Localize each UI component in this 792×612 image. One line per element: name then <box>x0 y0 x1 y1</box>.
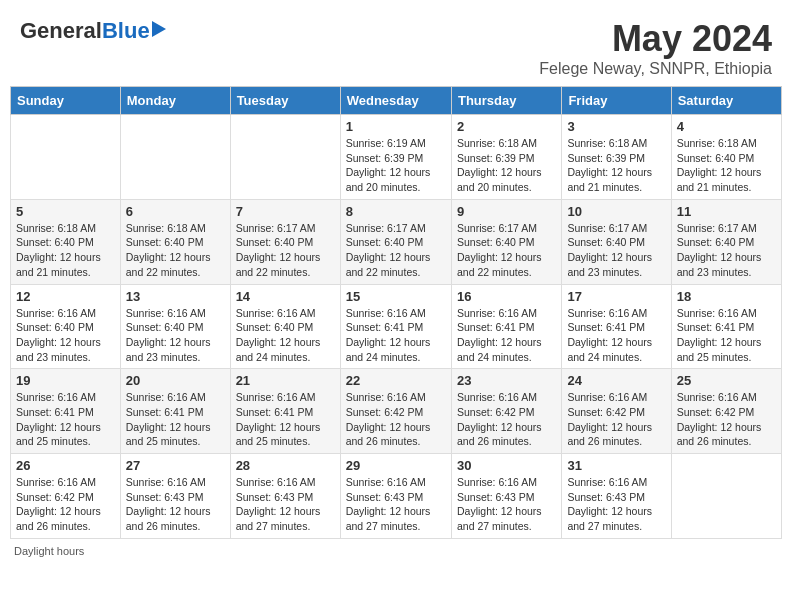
day-info: Sunrise: 6:17 AMSunset: 6:40 PMDaylight:… <box>677 221 776 280</box>
calendar-header-friday: Friday <box>562 87 671 115</box>
day-number: 12 <box>16 289 115 304</box>
logo-blue-text: Blue <box>102 18 150 44</box>
day-number: 30 <box>457 458 556 473</box>
day-info: Sunrise: 6:18 AMSunset: 6:40 PMDaylight:… <box>16 221 115 280</box>
day-info: Sunrise: 6:16 AMSunset: 6:43 PMDaylight:… <box>346 475 446 534</box>
day-info: Sunrise: 6:16 AMSunset: 6:42 PMDaylight:… <box>567 390 665 449</box>
calendar-cell: 16Sunrise: 6:16 AMSunset: 6:41 PMDayligh… <box>451 284 561 369</box>
day-info: Sunrise: 6:16 AMSunset: 6:43 PMDaylight:… <box>236 475 335 534</box>
day-number: 2 <box>457 119 556 134</box>
day-number: 27 <box>126 458 225 473</box>
day-number: 19 <box>16 373 115 388</box>
calendar-table: SundayMondayTuesdayWednesdayThursdayFrid… <box>10 86 782 539</box>
calendar-header-thursday: Thursday <box>451 87 561 115</box>
calendar-cell: 5Sunrise: 6:18 AMSunset: 6:40 PMDaylight… <box>11 199 121 284</box>
day-number: 25 <box>677 373 776 388</box>
calendar-cell <box>230 115 340 200</box>
day-number: 4 <box>677 119 776 134</box>
calendar-week-row: 19Sunrise: 6:16 AMSunset: 6:41 PMDayligh… <box>11 369 782 454</box>
day-number: 10 <box>567 204 665 219</box>
day-info: Sunrise: 6:16 AMSunset: 6:41 PMDaylight:… <box>346 306 446 365</box>
calendar-cell: 20Sunrise: 6:16 AMSunset: 6:41 PMDayligh… <box>120 369 230 454</box>
calendar-cell: 3Sunrise: 6:18 AMSunset: 6:39 PMDaylight… <box>562 115 671 200</box>
daylight-hours-label: Daylight hours <box>14 545 84 557</box>
calendar-cell: 27Sunrise: 6:16 AMSunset: 6:43 PMDayligh… <box>120 454 230 539</box>
day-info: Sunrise: 6:17 AMSunset: 6:40 PMDaylight:… <box>236 221 335 280</box>
day-number: 16 <box>457 289 556 304</box>
calendar-cell: 23Sunrise: 6:16 AMSunset: 6:42 PMDayligh… <box>451 369 561 454</box>
calendar-cell: 24Sunrise: 6:16 AMSunset: 6:42 PMDayligh… <box>562 369 671 454</box>
calendar-cell: 9Sunrise: 6:17 AMSunset: 6:40 PMDaylight… <box>451 199 561 284</box>
calendar-cell: 31Sunrise: 6:16 AMSunset: 6:43 PMDayligh… <box>562 454 671 539</box>
calendar-week-row: 12Sunrise: 6:16 AMSunset: 6:40 PMDayligh… <box>11 284 782 369</box>
title-month: May 2024 <box>539 18 772 60</box>
calendar-cell: 11Sunrise: 6:17 AMSunset: 6:40 PMDayligh… <box>671 199 781 284</box>
calendar-cell: 29Sunrise: 6:16 AMSunset: 6:43 PMDayligh… <box>340 454 451 539</box>
calendar-header-row: SundayMondayTuesdayWednesdayThursdayFrid… <box>11 87 782 115</box>
day-number: 7 <box>236 204 335 219</box>
day-number: 17 <box>567 289 665 304</box>
day-info: Sunrise: 6:16 AMSunset: 6:40 PMDaylight:… <box>126 306 225 365</box>
day-number: 6 <box>126 204 225 219</box>
day-number: 22 <box>346 373 446 388</box>
day-info: Sunrise: 6:16 AMSunset: 6:43 PMDaylight:… <box>457 475 556 534</box>
calendar-cell: 7Sunrise: 6:17 AMSunset: 6:40 PMDaylight… <box>230 199 340 284</box>
day-info: Sunrise: 6:17 AMSunset: 6:40 PMDaylight:… <box>457 221 556 280</box>
day-number: 23 <box>457 373 556 388</box>
day-info: Sunrise: 6:16 AMSunset: 6:41 PMDaylight:… <box>677 306 776 365</box>
calendar-cell <box>11 115 121 200</box>
calendar-cell <box>120 115 230 200</box>
day-number: 1 <box>346 119 446 134</box>
calendar-cell: 2Sunrise: 6:18 AMSunset: 6:39 PMDaylight… <box>451 115 561 200</box>
day-number: 29 <box>346 458 446 473</box>
day-number: 3 <box>567 119 665 134</box>
day-info: Sunrise: 6:16 AMSunset: 6:41 PMDaylight:… <box>457 306 556 365</box>
day-number: 31 <box>567 458 665 473</box>
day-number: 21 <box>236 373 335 388</box>
calendar-cell: 4Sunrise: 6:18 AMSunset: 6:40 PMDaylight… <box>671 115 781 200</box>
day-info: Sunrise: 6:19 AMSunset: 6:39 PMDaylight:… <box>346 136 446 195</box>
day-info: Sunrise: 6:17 AMSunset: 6:40 PMDaylight:… <box>346 221 446 280</box>
calendar-cell: 21Sunrise: 6:16 AMSunset: 6:41 PMDayligh… <box>230 369 340 454</box>
day-number: 20 <box>126 373 225 388</box>
calendar-week-row: 5Sunrise: 6:18 AMSunset: 6:40 PMDaylight… <box>11 199 782 284</box>
calendar-header-monday: Monday <box>120 87 230 115</box>
calendar-cell <box>671 454 781 539</box>
title-block: May 2024 Felege Neway, SNNPR, Ethiopia <box>539 18 772 78</box>
day-info: Sunrise: 6:16 AMSunset: 6:42 PMDaylight:… <box>677 390 776 449</box>
day-info: Sunrise: 6:16 AMSunset: 6:42 PMDaylight:… <box>457 390 556 449</box>
calendar-cell: 28Sunrise: 6:16 AMSunset: 6:43 PMDayligh… <box>230 454 340 539</box>
day-info: Sunrise: 6:18 AMSunset: 6:40 PMDaylight:… <box>126 221 225 280</box>
day-info: Sunrise: 6:16 AMSunset: 6:40 PMDaylight:… <box>236 306 335 365</box>
logo-arrow-icon <box>152 21 166 37</box>
day-info: Sunrise: 6:16 AMSunset: 6:41 PMDaylight:… <box>126 390 225 449</box>
calendar-cell: 6Sunrise: 6:18 AMSunset: 6:40 PMDaylight… <box>120 199 230 284</box>
calendar-header-tuesday: Tuesday <box>230 87 340 115</box>
calendar-cell: 19Sunrise: 6:16 AMSunset: 6:41 PMDayligh… <box>11 369 121 454</box>
calendar-header-sunday: Sunday <box>11 87 121 115</box>
day-info: Sunrise: 6:16 AMSunset: 6:41 PMDaylight:… <box>236 390 335 449</box>
day-number: 13 <box>126 289 225 304</box>
day-info: Sunrise: 6:16 AMSunset: 6:41 PMDaylight:… <box>16 390 115 449</box>
calendar-cell: 10Sunrise: 6:17 AMSunset: 6:40 PMDayligh… <box>562 199 671 284</box>
calendar-cell: 13Sunrise: 6:16 AMSunset: 6:40 PMDayligh… <box>120 284 230 369</box>
day-number: 5 <box>16 204 115 219</box>
calendar-cell: 25Sunrise: 6:16 AMSunset: 6:42 PMDayligh… <box>671 369 781 454</box>
day-number: 26 <box>16 458 115 473</box>
day-info: Sunrise: 6:18 AMSunset: 6:40 PMDaylight:… <box>677 136 776 195</box>
calendar-cell: 17Sunrise: 6:16 AMSunset: 6:41 PMDayligh… <box>562 284 671 369</box>
calendar-week-row: 1Sunrise: 6:19 AMSunset: 6:39 PMDaylight… <box>11 115 782 200</box>
day-number: 8 <box>346 204 446 219</box>
calendar-cell: 14Sunrise: 6:16 AMSunset: 6:40 PMDayligh… <box>230 284 340 369</box>
logo: General Blue <box>20 18 166 44</box>
day-info: Sunrise: 6:16 AMSunset: 6:40 PMDaylight:… <box>16 306 115 365</box>
day-info: Sunrise: 6:16 AMSunset: 6:42 PMDaylight:… <box>16 475 115 534</box>
calendar-week-row: 26Sunrise: 6:16 AMSunset: 6:42 PMDayligh… <box>11 454 782 539</box>
calendar-header-wednesday: Wednesday <box>340 87 451 115</box>
calendar-cell: 22Sunrise: 6:16 AMSunset: 6:42 PMDayligh… <box>340 369 451 454</box>
calendar-cell: 12Sunrise: 6:16 AMSunset: 6:40 PMDayligh… <box>11 284 121 369</box>
calendar-cell: 1Sunrise: 6:19 AMSunset: 6:39 PMDaylight… <box>340 115 451 200</box>
day-info: Sunrise: 6:16 AMSunset: 6:43 PMDaylight:… <box>126 475 225 534</box>
day-number: 24 <box>567 373 665 388</box>
day-info: Sunrise: 6:16 AMSunset: 6:43 PMDaylight:… <box>567 475 665 534</box>
